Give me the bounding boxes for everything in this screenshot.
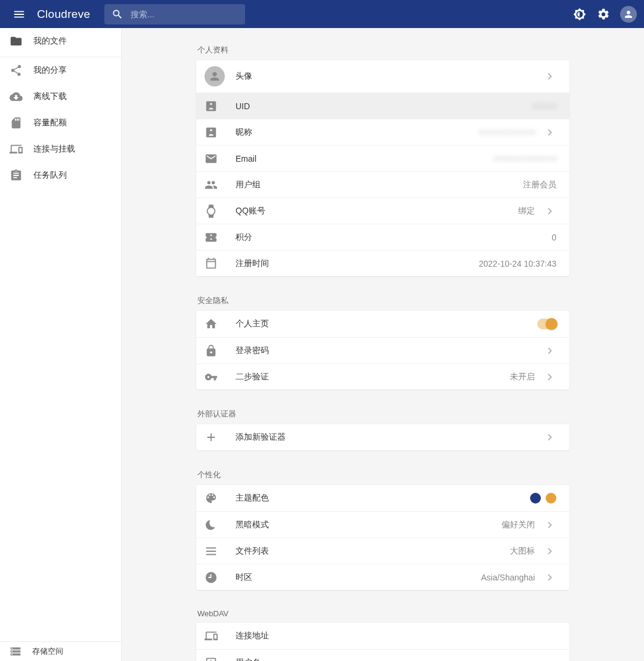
row-label: 文件列表 bbox=[236, 546, 269, 557]
sidebar-item-quota[interactable]: 容量配额 bbox=[0, 110, 121, 136]
row-value: 注册会员 bbox=[523, 180, 556, 190]
sidebar-item-tasks[interactable]: 任务队列 bbox=[0, 162, 121, 189]
chevron-right-icon bbox=[543, 70, 556, 83]
section-title: 个性化 bbox=[196, 464, 569, 485]
row-homepage[interactable]: 个人主页 bbox=[196, 311, 569, 337]
gear-icon bbox=[597, 8, 610, 21]
main-content: 个人资料 头像 UID • • • • bbox=[122, 28, 644, 661]
sidebar-item-label: 容量配额 bbox=[33, 118, 67, 128]
chevron-right-icon bbox=[543, 571, 556, 584]
palette-icon bbox=[205, 492, 236, 505]
row-label: 注册时间 bbox=[236, 258, 269, 269]
chevron-right-icon bbox=[543, 518, 556, 532]
clock-icon bbox=[205, 571, 236, 584]
row-label: 时区 bbox=[236, 572, 252, 583]
row-value: • • • • • • • • • • bbox=[495, 154, 556, 163]
row-label: UID bbox=[236, 101, 250, 111]
row-label: 黑暗模式 bbox=[236, 520, 269, 530]
sidebar-item-label: 离线下载 bbox=[33, 91, 67, 102]
assignment-icon bbox=[10, 169, 23, 182]
home-icon bbox=[205, 317, 236, 330]
sidebar-item-share[interactable]: 我的分享 bbox=[0, 57, 121, 84]
moon-icon bbox=[205, 518, 236, 532]
menu-button[interactable] bbox=[7, 2, 31, 26]
exit-icon bbox=[205, 656, 236, 662]
chevron-right-icon bbox=[543, 344, 556, 357]
row-darkmode[interactable]: 黑暗模式 偏好关闭 bbox=[196, 511, 569, 538]
row-label: 积分 bbox=[236, 232, 252, 243]
row-label: 主题配色 bbox=[236, 493, 269, 504]
lock-icon bbox=[205, 344, 236, 357]
chevron-right-icon bbox=[543, 205, 556, 218]
storage-icon bbox=[10, 645, 21, 657]
devices-icon bbox=[205, 629, 236, 643]
row-value: • • • • • • • • • bbox=[480, 128, 535, 137]
calendar-icon bbox=[205, 257, 236, 270]
row-label: 用户组 bbox=[236, 180, 261, 190]
row-qq[interactable]: QQ账号 绑定 bbox=[196, 197, 569, 224]
cloud-download-icon bbox=[10, 90, 23, 103]
sidebar-item-connect[interactable]: 连接与挂载 bbox=[0, 136, 121, 162]
row-nickname[interactable]: 昵称 • • • • • • • • • bbox=[196, 119, 569, 145]
row-avatar[interactable]: 头像 bbox=[196, 60, 569, 92]
row-regtime: 注册时间 2022-10-24 10:37:43 bbox=[196, 250, 569, 276]
security-section: 安全隐私 个人主页 登录密码 bbox=[196, 289, 569, 390]
row-value: 未开启 bbox=[510, 372, 535, 382]
section-title: 外部认证器 bbox=[196, 403, 569, 424]
sidebar-item-offline[interactable]: 离线下载 bbox=[0, 84, 121, 110]
homepage-toggle[interactable] bbox=[537, 319, 556, 329]
row-group: 用户组 注册会员 bbox=[196, 171, 569, 197]
hamburger-icon bbox=[13, 8, 26, 21]
row-points: 积分 0 bbox=[196, 224, 569, 250]
badge-icon bbox=[205, 126, 236, 139]
row-webdav-url[interactable]: 连接地址 bbox=[196, 623, 569, 649]
row-filelist[interactable]: 文件列表 大图标 bbox=[196, 538, 569, 564]
auth-section: 外部认证器 添加新验证器 bbox=[196, 403, 569, 450]
sidebar-item-label: 任务队列 bbox=[33, 170, 67, 181]
row-timezone[interactable]: 时区 Asia/Shanghai bbox=[196, 564, 569, 590]
app-header: Cloudreve bbox=[0, 0, 644, 28]
row-label: 用户名 bbox=[236, 657, 261, 662]
row-label: QQ账号 bbox=[236, 206, 265, 217]
chevron-right-icon bbox=[543, 545, 556, 558]
row-label: 二步验证 bbox=[236, 372, 269, 382]
group-icon bbox=[205, 178, 236, 191]
user-avatar[interactable] bbox=[620, 6, 637, 23]
row-value: • • • • bbox=[534, 101, 556, 111]
sidebar-item-files[interactable]: 我的文件 bbox=[0, 28, 121, 54]
row-webdav-user[interactable]: 用户名 bbox=[196, 649, 569, 661]
theme-color-dots bbox=[530, 493, 556, 504]
row-value: 大图标 bbox=[510, 546, 535, 557]
row-password[interactable]: 登录密码 bbox=[196, 337, 569, 363]
key-icon bbox=[205, 370, 236, 384]
search-input[interactable] bbox=[131, 10, 238, 19]
row-label: 个人主页 bbox=[236, 319, 269, 329]
webdav-section: WebDAV 连接地址 用户名 bbox=[196, 603, 569, 661]
theme-toggle-button[interactable] bbox=[568, 2, 592, 26]
row-value: 绑定 bbox=[518, 206, 535, 217]
sidebar-item-label: 我的文件 bbox=[33, 36, 67, 47]
plus-icon bbox=[205, 431, 236, 444]
row-2fa[interactable]: 二步验证 未开启 bbox=[196, 363, 569, 390]
row-add-auth[interactable]: 添加新验证器 bbox=[196, 424, 569, 450]
settings-button[interactable] bbox=[592, 2, 615, 26]
brightness-icon bbox=[573, 8, 586, 21]
section-title: 个人资料 bbox=[196, 39, 569, 60]
storage-label: 存储空间 bbox=[32, 646, 63, 657]
row-value: 0 bbox=[552, 233, 556, 242]
search-box[interactable] bbox=[104, 4, 245, 24]
section-title: WebDAV bbox=[196, 603, 569, 623]
row-value: 偏好关闭 bbox=[501, 520, 535, 530]
email-icon bbox=[205, 152, 236, 165]
sidebar: 我的文件 我的分享 离线下载 容量配额 连接与挂载 任务队列 bbox=[0, 28, 122, 661]
profile-section: 个人资料 头像 UID • • • • bbox=[196, 39, 569, 276]
row-label: 添加新验证器 bbox=[236, 432, 286, 443]
row-theme[interactable]: 主题配色 bbox=[196, 485, 569, 511]
chevron-right-icon bbox=[543, 370, 556, 384]
ticket-icon bbox=[205, 231, 236, 244]
avatar-placeholder-icon bbox=[205, 66, 225, 87]
row-value: 2022-10-24 10:37:43 bbox=[479, 259, 556, 268]
sidebar-storage[interactable]: 存储空间 bbox=[0, 642, 121, 661]
row-email: Email • • • • • • • • • • bbox=[196, 145, 569, 171]
chevron-right-icon bbox=[543, 126, 556, 139]
